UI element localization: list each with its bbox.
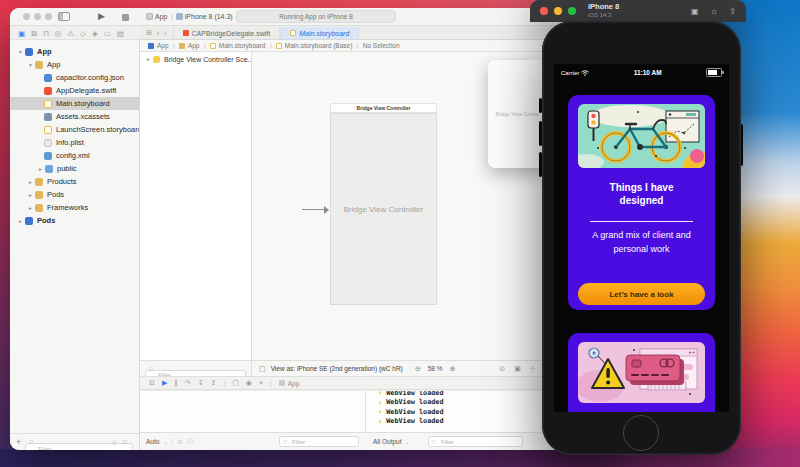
- minimize-window-button[interactable]: [34, 13, 41, 20]
- toggle-navigator-icon[interactable]: [58, 12, 70, 21]
- step-over-icon[interactable]: ↷: [185, 379, 191, 387]
- test-navigator-icon[interactable]: ◇: [80, 29, 86, 38]
- scheme-selector[interactable]: App⟩iPhone 8 (14.3): [146, 13, 233, 20]
- console-scope-selector[interactable]: All Output: [373, 438, 402, 445]
- tree-item-appdelegate[interactable]: AppDelegate.swift: [10, 84, 139, 97]
- tree-item-main-storyboard[interactable]: Main.storyboard: [10, 97, 139, 110]
- debug-navigator-icon[interactable]: ◈: [92, 29, 98, 38]
- chevron-down-icon: ⌄: [163, 439, 167, 445]
- quicklook-icon[interactable]: ⊙: [177, 438, 182, 446]
- add-file-button[interactable]: +: [16, 438, 21, 447]
- report-navigator-icon[interactable]: ▤: [117, 29, 124, 38]
- arrowhead-icon: [324, 206, 329, 214]
- tab-main-storyboard[interactable]: Main.storyboard: [280, 27, 359, 39]
- add-constraints-icon[interactable]: ⊹: [530, 365, 536, 373]
- floating-preview-panel: Bridge View Contro: [488, 60, 546, 168]
- designed-card[interactable]: Things I have designed A grand mix of cl…: [568, 95, 715, 310]
- home-button[interactable]: [623, 415, 659, 451]
- find-navigator-icon[interactable]: ◎: [55, 29, 62, 38]
- chevron-icon: ⟩: [170, 14, 172, 20]
- step-into-icon[interactable]: ↧: [198, 379, 204, 387]
- simulator-titlebar[interactable]: iPhone 8 iOS 14.3 ▣ ⌂ ⇧: [530, 0, 746, 22]
- chevron-down-icon: ⌄: [406, 439, 410, 445]
- pause-icon[interactable]: ∥: [174, 379, 178, 387]
- tree-item-app-project[interactable]: ▾App: [10, 45, 139, 58]
- view-hierarchy-icon[interactable]: ▢: [232, 379, 239, 387]
- document-outline: ▸ Bridge View Controller Sce...: [140, 52, 252, 360]
- simulator-device-name: iPhone 8: [588, 3, 619, 12]
- file-tree: ▾App ▾App capacitor.config.json AppDeleg…: [10, 45, 139, 227]
- project-icon: [148, 43, 154, 49]
- tree-item-config-xml[interactable]: config.xml: [10, 149, 139, 162]
- tree-item-info-plist[interactable]: Info.plist: [10, 136, 139, 149]
- tree-item-app-group[interactable]: ▾App: [10, 58, 139, 71]
- step-out-icon[interactable]: ↥: [211, 379, 217, 387]
- bolt-icon: ⚡: [378, 399, 382, 406]
- lets-have-a-look-button[interactable]: Let’s have a look: [578, 283, 705, 305]
- device-icon: [176, 13, 183, 20]
- zoom-level[interactable]: 58 %: [428, 365, 443, 372]
- info-icon[interactable]: ⓘ: [187, 437, 194, 446]
- issue-navigator-icon[interactable]: ⚠: [67, 29, 74, 38]
- iphone-screen[interactable]: Carrier 11:10 AM: [554, 64, 729, 412]
- minimize-window-button[interactable]: [554, 7, 562, 15]
- project-navigator: ▾App ▾App capacitor.config.json AppDeleg…: [10, 40, 140, 450]
- tree-item-launchscreen[interactable]: LaunchScreen.storyboard: [10, 123, 139, 136]
- breakpoints-toggle-icon[interactable]: ▶: [162, 379, 167, 387]
- zoom-window-button[interactable]: [45, 13, 52, 20]
- tree-item-assets[interactable]: Assets.xcassets: [10, 110, 139, 123]
- variables-filter-input[interactable]: [279, 436, 359, 447]
- view-controller-scene[interactable]: Bridge View Controller: [330, 113, 437, 305]
- simulate-location-icon[interactable]: ⌖: [259, 379, 263, 387]
- stop-button[interactable]: [122, 14, 129, 21]
- tree-item-products[interactable]: ▸Products: [10, 175, 139, 188]
- tree-item-capacitor-config[interactable]: capacitor.config.json: [10, 71, 139, 84]
- source-control-navigator-icon[interactable]: ⊠: [31, 29, 37, 38]
- second-card[interactable]: [568, 333, 715, 412]
- run-button[interactable]: ▶: [98, 11, 105, 21]
- view-as-label[interactable]: View as: iPhone SE (2nd generation) (wC …: [271, 365, 403, 372]
- tree-item-public[interactable]: ▸public: [10, 162, 139, 175]
- memory-graph-icon[interactable]: ◉: [246, 379, 252, 387]
- tree-item-frameworks[interactable]: ▸Frameworks: [10, 201, 139, 214]
- home-icon[interactable]: ⌂: [711, 7, 716, 16]
- close-window-button[interactable]: [23, 13, 30, 20]
- go-forward-icon[interactable]: ›: [164, 30, 166, 37]
- screenshot-icon[interactable]: ▣: [691, 7, 699, 16]
- hide-debug-area-icon[interactable]: ⊟: [149, 379, 155, 387]
- scene-title-bar[interactable]: Bridge View Controller: [330, 103, 437, 113]
- align-icon[interactable]: ▣: [514, 365, 521, 373]
- zoom-out-icon[interactable]: ⊖: [415, 365, 421, 373]
- symbol-navigator-icon[interactable]: Π: [43, 29, 48, 38]
- bicycle-illustration: [578, 104, 705, 168]
- update-frames-icon[interactable]: ⊙: [499, 365, 505, 373]
- variables-scope-selector[interactable]: Auto: [146, 438, 159, 445]
- process-badge[interactable]: App: [279, 380, 300, 387]
- tree-item-pods-group[interactable]: ▸Pods: [10, 188, 139, 201]
- xcode-toolbar: ▶ App⟩iPhone 8 (14.3) Running App on iPh…: [10, 8, 620, 26]
- filter-icon: ▽: [432, 439, 436, 445]
- filter-icon: ▽: [149, 366, 153, 372]
- tree-item-pods-project[interactable]: ▸Pods: [10, 214, 139, 227]
- variables-view-bar: Auto ⌄ | ⊙ ⓘ ▽: [140, 432, 365, 450]
- share-icon[interactable]: ⇧: [729, 7, 736, 16]
- project-navigator-icon[interactable]: ▣: [18, 29, 25, 38]
- zoom-window-button[interactable]: [568, 7, 576, 15]
- go-back-icon[interactable]: ‹: [157, 30, 159, 37]
- zoom-in-icon[interactable]: ⊕: [449, 365, 455, 373]
- battery-icon: [706, 68, 722, 77]
- console-filter-input[interactable]: [428, 436, 523, 447]
- tab-capbridgedelegate[interactable]: CAPBridgeDelegate.swift: [173, 27, 281, 39]
- related-items-icon[interactable]: ⊞: [146, 29, 152, 37]
- device-bar-icon[interactable]: ▢: [259, 365, 266, 373]
- variables-view: [140, 391, 365, 432]
- card-title: Things I have designed: [568, 181, 715, 207]
- desktop: ▶ App⟩iPhone 8 (14.3) Running App on iPh…: [0, 0, 800, 467]
- filter-options-icons[interactable]: ◷ ⊡: [112, 439, 129, 445]
- breakpoint-navigator-icon[interactable]: ▭: [104, 29, 111, 38]
- outline-item-scene[interactable]: ▸ Bridge View Controller Sce...: [140, 52, 251, 66]
- carrier-label: Carrier: [561, 70, 589, 76]
- divider: [590, 221, 693, 222]
- navigator-bar: ▣ ⊠ Π ◎ ⚠ ◇ ◈ ▭ ▤: [10, 27, 140, 40]
- close-window-button[interactable]: [540, 7, 548, 15]
